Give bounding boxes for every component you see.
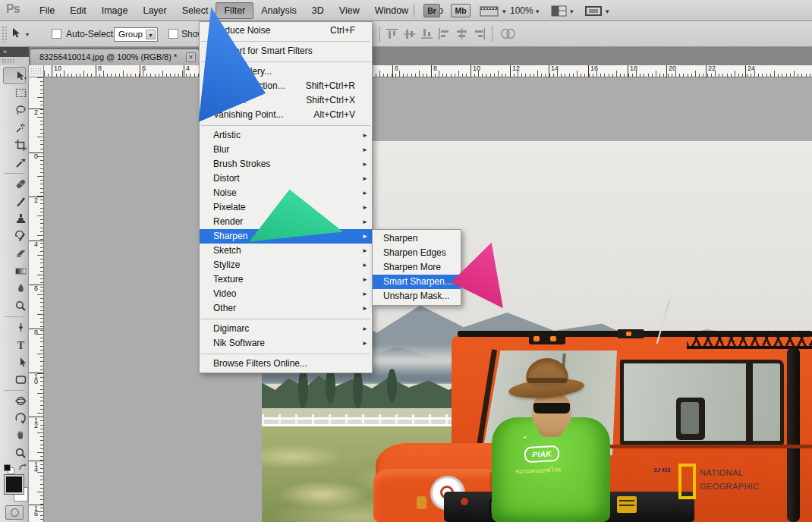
vertical-ruler[interactable]: 20246810121416 [29,77,44,522]
menu-window[interactable]: Window [367,2,416,19]
document-tab[interactable]: 83255410014.jpg @ 100% (RGB/8) * × [30,49,200,65]
menu-item-blur[interactable]: Blur► [200,143,372,157]
rectangular-marquee-tool[interactable] [3,84,26,102]
submenu-arrow-icon: ► [362,171,368,186]
ruler-number: 6 [392,65,398,77]
default-colors-icon[interactable] [4,464,11,471]
menu-item-smart-sharpen[interactable]: Smart Sharpen... [373,275,461,289]
options-bar: ▾ Auto-Select: Group ▾ Show Transform Co… [0,21,812,47]
submenu-arrow-icon: ► [362,143,368,157]
menu-image[interactable]: Image [94,2,136,19]
launch-mini-bridge-button[interactable]: Mb [451,4,471,17]
crop-tool[interactable] [3,137,26,154]
3d-rotate-tool[interactable] [3,392,26,410]
auto-select-dropdown[interactable]: Group ▾ [114,27,158,42]
menu-view[interactable]: View [332,2,367,19]
foreground-color-swatch[interactable] [5,475,24,494]
menu-file[interactable]: File [32,2,62,19]
zoom-level-value[interactable]: 100% [510,5,533,16]
submenu-arrow-icon: ► [362,200,368,215]
drag-grip[interactable] [2,26,7,42]
chevron-down-icon[interactable]: ▾ [146,30,156,39]
dodge-tool[interactable] [3,297,26,315]
hand-tool[interactable] [3,427,26,445]
ruler-number: 12 [510,65,520,77]
menu-item-digimarc[interactable]: Digimarc► [200,322,372,336]
menu-item-distort[interactable]: Distort► [200,171,372,186]
align-left-edges-icon[interactable] [438,28,451,39]
ruler-number: 8 [431,65,437,77]
history-brush-tool[interactable] [3,228,26,245]
menu-item-sketch[interactable]: Sketch► [200,244,372,258]
menu-item-artistic[interactable]: Artistic► [200,128,372,143]
horizontal-ruler[interactable]: 108642024681012141618202224 [44,65,812,77]
close-icon[interactable]: × [186,52,196,62]
chevron-down-icon[interactable]: ▾ [502,8,506,15]
shirt-logo: PIAK [524,445,559,463]
menu-items: FileEditImageLayerSelectFilterAnalysis3D… [32,0,451,21]
menu-item-sharpen[interactable]: Sharpen [373,231,461,246]
path-selection-tool[interactable] [3,354,26,371]
separator [414,4,414,17]
chevron-down-icon[interactable]: ▾ [570,8,574,15]
menu-item-sharpen-more[interactable]: Sharpen More [373,260,461,275]
clone-stamp-tool[interactable] [3,210,26,228]
ruler-number: 4 [29,241,43,247]
spot-healing-brush-tool[interactable] [3,175,26,193]
menu-item-brush-strokes[interactable]: Brush Strokes► [200,157,372,171]
launch-bridge-button[interactable]: Br [423,4,440,17]
ruler-number: 4 [184,65,190,77]
align-bottom-edges-icon[interactable] [420,28,433,39]
document-title: 83255410014.jpg @ 100% (RGB/8) * [39,52,177,61]
rounded-rectangle-tool[interactable] [3,371,26,388]
menu-item-sharpen-edges[interactable]: Sharpen Edges [373,246,461,260]
align-horizontal-centers-icon[interactable] [455,28,468,39]
chevron-down-icon[interactable]: ▾ [26,31,29,38]
menu-3d[interactable]: 3D [304,2,332,19]
shortcut-label: Shift+Ctrl+X [306,93,355,108]
chevron-down-icon[interactable]: ▾ [606,8,609,15]
align-top-edges-icon[interactable] [386,28,398,39]
align-right-edges-icon[interactable] [473,28,486,39]
eraser-tool[interactable] [3,245,26,263]
menu-layer[interactable]: Layer [135,2,174,19]
menu-select[interactable]: Select [175,2,216,19]
chevron-down-icon[interactable]: ▾ [536,8,540,15]
magic-wand-tool[interactable] [3,119,26,137]
ruler-number: 12 [29,417,43,429]
align-vertical-centers-icon[interactable] [403,28,416,39]
eyedropper-tool[interactable] [3,154,26,171]
quick-mask-button[interactable] [5,505,24,520]
photoshop-logo: Ps [6,2,20,16]
menu-item-other[interactable]: Other► [200,301,372,316]
menu-item-nik-software[interactable]: Nik Software► [200,336,372,351]
ruler-number: 8 [29,329,43,335]
blur-tool-tool[interactable] [3,280,26,297]
menu-analysis[interactable]: Analysis [253,2,304,19]
menu-filter[interactable]: Filter [216,2,253,19]
menu-item-video[interactable]: Video► [200,287,372,301]
zoom-tool[interactable] [3,445,26,462]
menu-item-stylize[interactable]: Stylize► [200,258,372,272]
menu-item-texture[interactable]: Texture► [200,272,372,287]
show-transform-checkbox[interactable] [168,29,178,39]
ruler-number: 16 [29,505,43,517]
move-tool[interactable] [3,67,26,84]
submenu-arrow-icon: ► [362,128,368,143]
collapse-panels-button[interactable]: » [0,47,29,57]
3d-orbit-tool[interactable] [3,410,26,427]
menu-edit[interactable]: Edit [62,2,94,19]
auto-select-label: Auto-Select: [66,29,115,39]
gradient-tool[interactable] [3,263,26,280]
menu-item-browse-filters-online[interactable]: Browse Filters Online... [200,357,372,371]
ruler-number: 2 [29,197,43,203]
ruler-number: 14 [29,461,43,473]
type-tool[interactable]: T [3,336,26,354]
lasso-tool[interactable] [3,102,26,119]
turn-signal [417,496,426,509]
pen-tool[interactable] [3,319,26,336]
brush-tool[interactable] [3,193,26,210]
auto-select-checkbox[interactable] [52,29,61,39]
menu-item-unsharp-mask[interactable]: Unsharp Mask... [373,289,461,303]
submenu-arrow-icon: ► [362,244,368,258]
